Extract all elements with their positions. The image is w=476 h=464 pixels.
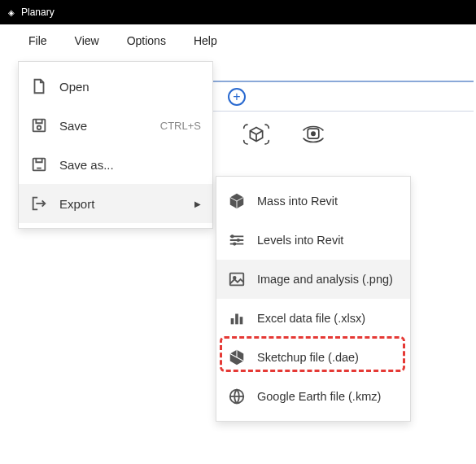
svg-point-7 bbox=[234, 243, 235, 244]
export-item-label: Mass into Revit bbox=[257, 195, 338, 208]
svg-point-1 bbox=[312, 132, 315, 135]
export-item-google-earth[interactable]: Google Earth file (.kmz) bbox=[216, 377, 410, 416]
export-item-sketchup[interactable]: Sketchup file (.dae) bbox=[216, 338, 410, 377]
menu-item-label: Export bbox=[59, 197, 94, 211]
menu-item-save[interactable]: Save CTRL+S bbox=[19, 106, 212, 145]
export-item-label: Image and analysis (.png) bbox=[257, 273, 393, 286]
svg-rect-10 bbox=[231, 318, 234, 324]
svg-rect-11 bbox=[235, 314, 238, 325]
menu-item-save-as[interactable]: Save as... bbox=[19, 145, 212, 184]
shortcut-label: CTRL+S bbox=[160, 120, 201, 132]
export-item-label: Excel data file (.xlsx) bbox=[257, 312, 365, 325]
app-title: Planary bbox=[21, 7, 55, 18]
menu-view[interactable]: View bbox=[75, 34, 99, 47]
menu-item-label: Open bbox=[59, 80, 90, 94]
orbit-camera-icon[interactable] bbox=[299, 120, 327, 148]
export-submenu: Mass into Revit Levels into Revit Image … bbox=[216, 176, 411, 422]
menu-item-label: Save as... bbox=[59, 158, 114, 172]
export-item-mass[interactable]: Mass into Revit bbox=[216, 182, 410, 221]
export-item-excel[interactable]: Excel data file (.xlsx) bbox=[216, 299, 410, 338]
menu-item-label: Save bbox=[59, 119, 87, 133]
menu-item-export[interactable]: Export ▶ bbox=[19, 184, 212, 223]
add-tab-button[interactable]: + bbox=[228, 88, 246, 106]
cube-solid-icon bbox=[228, 192, 246, 210]
app-icon: ◈ bbox=[8, 8, 15, 17]
view-cube-icon[interactable] bbox=[242, 120, 270, 148]
file-menu: Open Save CTRL+S Save as... Export ▶ bbox=[18, 61, 213, 229]
save-as-icon bbox=[30, 155, 48, 173]
image-icon bbox=[228, 270, 246, 288]
menu-file[interactable]: File bbox=[28, 34, 47, 47]
save-icon bbox=[30, 116, 48, 134]
sketchup-icon bbox=[228, 348, 246, 366]
svg-point-3 bbox=[37, 125, 41, 129]
menu-options[interactable]: Options bbox=[127, 34, 166, 47]
chart-bar-icon bbox=[228, 309, 246, 327]
menu-item-open[interactable]: Open bbox=[19, 67, 212, 106]
export-item-label: Sketchup file (.dae) bbox=[257, 351, 359, 364]
menu-help[interactable]: Help bbox=[194, 34, 217, 47]
svg-point-5 bbox=[231, 235, 233, 237]
menu-bar: File View Options Help bbox=[0, 24, 476, 57]
svg-rect-12 bbox=[240, 317, 243, 324]
title-bar: ◈ Planary bbox=[0, 0, 476, 24]
submenu-arrow-icon: ▶ bbox=[194, 199, 201, 208]
levels-icon bbox=[228, 231, 246, 249]
export-item-levels[interactable]: Levels into Revit bbox=[216, 221, 410, 260]
export-item-label: Levels into Revit bbox=[257, 234, 343, 247]
globe-icon bbox=[228, 387, 246, 405]
document-icon bbox=[30, 77, 48, 95]
tool-icons bbox=[242, 120, 327, 148]
export-item-image[interactable]: Image and analysis (.png) bbox=[216, 260, 410, 299]
tab-strip: + bbox=[213, 81, 474, 112]
export-item-label: Google Earth file (.kmz) bbox=[257, 390, 381, 403]
svg-point-6 bbox=[238, 239, 239, 241]
export-icon bbox=[30, 195, 48, 212]
